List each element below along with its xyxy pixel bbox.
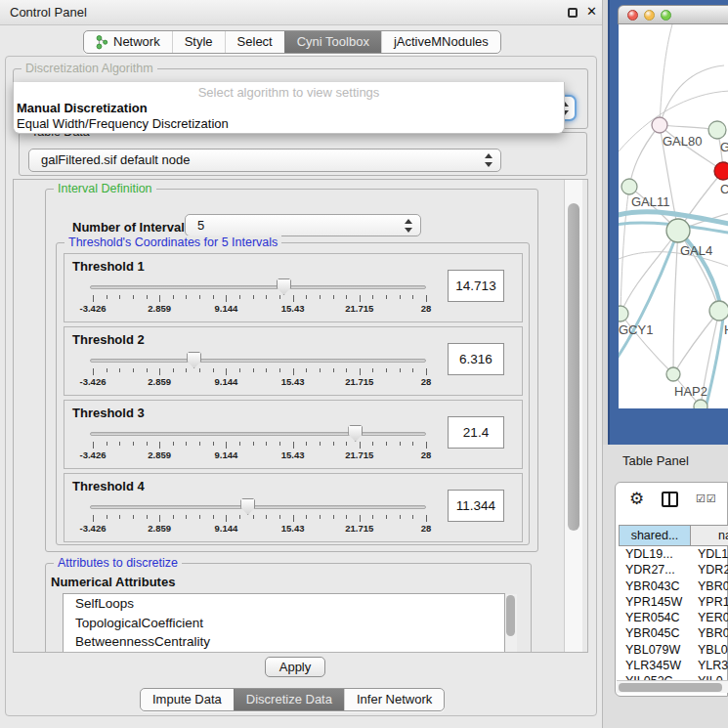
major-tick [426, 515, 427, 522]
slider-thumb[interactable] [348, 425, 363, 442]
tick-label: 15.43 [281, 303, 305, 314]
minor-tick [266, 442, 267, 446]
close-icon[interactable]: ✕ [586, 4, 597, 19]
list-scrollbar[interactable] [505, 594, 517, 653]
threshold-value-field[interactable]: 6.316 [448, 343, 504, 375]
table-row[interactable]: YBL079WYBL0 [619, 643, 728, 659]
network-edge[interactable] [660, 24, 672, 125]
threshold-value-field[interactable]: 11.344 [448, 490, 504, 522]
table-row[interactable]: YBR043CYBR0 [619, 579, 728, 595]
gal80-node[interactable] [652, 117, 667, 133]
minimize-traffic-light-icon[interactable] [644, 10, 655, 21]
table-data-combo[interactable]: galFiltered.sif default node [28, 149, 501, 172]
apply-button[interactable]: Apply [265, 657, 325, 677]
slider-track[interactable] [90, 432, 426, 436]
tab-infer-network[interactable]: Infer Network [344, 689, 444, 710]
checkbox-icons[interactable]: ☑☑ [696, 492, 717, 505]
table-row[interactable]: YER054CYER0 [619, 611, 728, 626]
scrollbar-thumb[interactable] [619, 683, 722, 692]
stepper-arrows-icon [484, 153, 492, 167]
network-edge[interactable] [621, 187, 629, 314]
minor-tick [306, 442, 307, 446]
group-title: Discretization Algorithm [21, 62, 157, 76]
network-edge[interactable] [619, 231, 678, 362]
minor-tick [119, 368, 120, 372]
minor-tick [306, 295, 307, 299]
node[interactable] [708, 121, 726, 139]
scrollbar-thumb[interactable] [568, 203, 579, 531]
list-item[interactable]: SelfLoops [64, 594, 504, 614]
slider-track[interactable] [90, 359, 426, 363]
scrollbar-thumb[interactable] [506, 595, 515, 636]
table-row[interactable]: YBR045CYBR0 [619, 626, 728, 642]
slider-track[interactable] [90, 285, 426, 289]
tab-select[interactable]: Select [225, 31, 284, 53]
minor-tick [266, 368, 267, 372]
node[interactable] [709, 301, 728, 321]
list-item[interactable]: BetweennessCentrality [64, 632, 504, 652]
minor-tick [346, 515, 347, 519]
tab-jactivemnodules[interactable]: jActiveMNodules [381, 31, 500, 53]
number-of-intervals-combo[interactable]: 5 [185, 214, 421, 236]
table-horizontal-scrollbar[interactable] [617, 680, 728, 693]
tab-discretize-data[interactable]: Discretize Data [234, 689, 344, 710]
node[interactable] [694, 400, 707, 408]
column-header-shared-name[interactable]: shared... [619, 525, 691, 546]
network-edge[interactable] [673, 231, 678, 374]
minor-tick [199, 442, 200, 446]
threshold-value-field[interactable]: 14.713 [448, 270, 504, 302]
slider-thumb[interactable] [240, 498, 255, 515]
panel-scrollbar[interactable] [564, 180, 582, 652]
screenshot-root: Control Panel ✕ Network Style Select Cyn… [0, 0, 728, 728]
close-traffic-light-icon[interactable] [627, 10, 638, 21]
minor-tick [186, 442, 187, 446]
gear-icon[interactable]: ⚙ [629, 489, 644, 509]
minor-tick [320, 368, 321, 372]
float-window-icon[interactable] [568, 8, 578, 18]
tab-style[interactable]: Style [172, 31, 225, 53]
minor-tick [119, 442, 120, 446]
zoom-traffic-light-icon[interactable] [661, 10, 671, 21]
table-row[interactable]: YLR345WYLR3 [619, 659, 728, 674]
minor-tick [333, 368, 334, 372]
popup-item-manual-discretization[interactable]: Manual Discretization [14, 101, 564, 116]
tick-label: 15.43 [281, 523, 305, 534]
minor-tick [386, 442, 387, 446]
selected-red-node[interactable] [714, 162, 728, 180]
tab-cyni-toolbox[interactable]: Cyni Toolbox [284, 31, 381, 53]
table-row[interactable]: YDL19...YDL1 [619, 547, 728, 563]
network-canvas[interactable]: GAL80GACGAL11GAL4HGCY1HAP2 [619, 24, 728, 408]
tick-label: 9.144 [215, 450, 238, 460]
tab-impute-data[interactable]: Impute Data [141, 689, 234, 710]
minor-tick [400, 442, 401, 446]
column-header-name[interactable]: na [691, 525, 728, 546]
network-edge[interactable] [660, 65, 724, 125]
combo-value: galFiltered.sif default node [41, 150, 190, 171]
gal4-node[interactable] [666, 219, 690, 242]
network-edge[interactable] [629, 125, 660, 187]
tab-label: Infer Network [357, 689, 432, 710]
hap2-node[interactable] [666, 367, 680, 381]
minor-tick [372, 368, 373, 372]
slider-thumb[interactable] [277, 278, 291, 295]
table-row[interactable]: YPR145WYPR1 [619, 595, 728, 611]
major-tick [93, 515, 94, 522]
number-of-intervals-label: Number of Intervals [72, 220, 192, 235]
minor-tick [147, 368, 148, 372]
popup-item-equal-width-frequency[interactable]: Equal Width/Frequency Discretization [14, 116, 564, 132]
list-item[interactable]: TopologicalCoefficient [64, 614, 504, 633]
split-column-icon[interactable] [662, 492, 678, 507]
slider-track[interactable] [90, 505, 426, 509]
gcy1-node[interactable] [619, 306, 628, 321]
minor-tick [372, 295, 373, 299]
minor-tick [133, 368, 134, 372]
tick-label: -3.426 [80, 376, 107, 387]
minor-tick [279, 295, 280, 299]
slider-thumb[interactable] [187, 352, 201, 368]
gal11-node[interactable] [621, 179, 637, 194]
table-row[interactable]: YDR27...YDR2 [619, 563, 728, 578]
major-tick [226, 442, 227, 449]
threshold-value-field[interactable]: 21.4 [448, 416, 504, 449]
tick-label: 28 [421, 450, 432, 460]
tab-network[interactable]: Network [84, 31, 172, 53]
